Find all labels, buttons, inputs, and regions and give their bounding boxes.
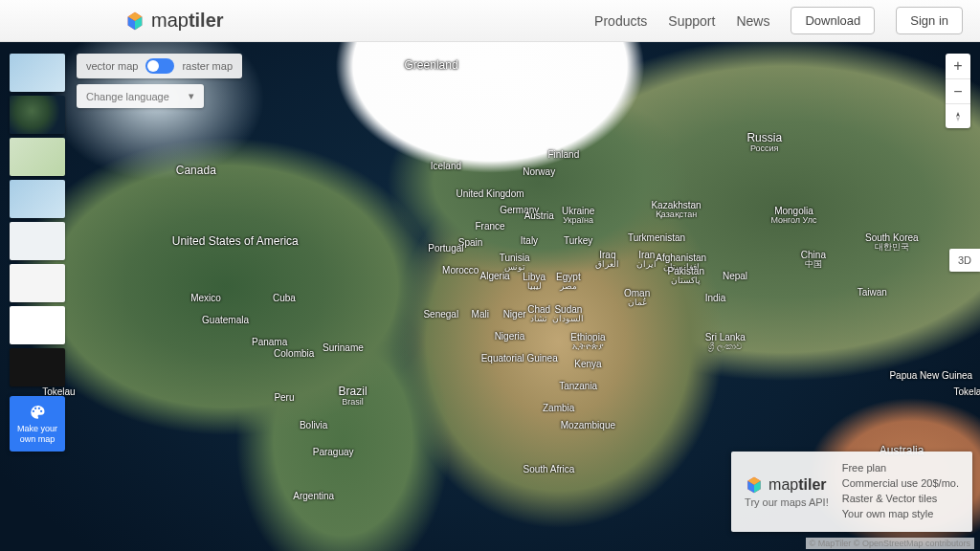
style-thumbnails: Make your own map bbox=[10, 54, 65, 452]
attribution[interactable]: © MapTiler © OpenStreetMap contributors bbox=[806, 538, 975, 549]
map-label: Kenya bbox=[574, 359, 601, 369]
map-label: UkraineУкраїна bbox=[562, 205, 594, 225]
palette-icon bbox=[29, 404, 46, 421]
map-label: Turkmenistan bbox=[628, 231, 685, 242]
map-label: Nigeria bbox=[495, 331, 525, 342]
map-label: Greenland bbox=[405, 60, 458, 73]
map-label: China中国 bbox=[801, 249, 826, 269]
map-label: Cuba bbox=[273, 293, 296, 303]
map-label: Italy bbox=[521, 234, 538, 245]
nav-products[interactable]: Products bbox=[594, 13, 647, 29]
map-label: Finland bbox=[547, 149, 579, 160]
map-label: Colombia bbox=[274, 347, 314, 358]
map-label: Peru bbox=[274, 391, 294, 402]
style-thumb-satellite[interactable] bbox=[10, 96, 65, 134]
map-label: RussiaРоссия bbox=[746, 132, 782, 154]
map-label: Austria bbox=[524, 209, 554, 220]
map-label: Suriname bbox=[323, 342, 364, 352]
language-select[interactable]: Change language ▾ bbox=[77, 84, 204, 108]
map-label: Afghanistanافغانستان bbox=[656, 252, 706, 272]
signin-button[interactable]: Sign in bbox=[896, 7, 963, 34]
style-thumb-streets[interactable] bbox=[10, 180, 65, 218]
nav-support[interactable]: Support bbox=[668, 13, 715, 29]
map-label: MongoliaМонгол Улс bbox=[770, 205, 816, 225]
map-label: United States of America bbox=[172, 236, 299, 249]
map-label: Morocco bbox=[442, 265, 479, 276]
make-your-own-map-button[interactable]: Make your own map bbox=[10, 396, 65, 452]
map-label: Tunisiaتونس bbox=[500, 252, 530, 272]
promo-brand: maptiler bbox=[745, 475, 829, 495]
style-thumb-bright[interactable] bbox=[10, 264, 65, 302]
compass-icon bbox=[952, 111, 964, 122]
map-label: Guatemala bbox=[202, 315, 249, 325]
brand-logo[interactable]: maptiler bbox=[124, 10, 224, 32]
map-label: Paraguay bbox=[313, 447, 354, 457]
map-label: United Kingdom bbox=[456, 187, 523, 198]
map-label: Panama bbox=[252, 337, 287, 347]
map-label: Mexico bbox=[190, 293, 221, 303]
map-label: Ethiopiaኢትዮጵያ bbox=[570, 332, 605, 352]
map-label: Nepal bbox=[723, 271, 747, 281]
promo-tagline: Try our maps API! bbox=[745, 496, 829, 508]
download-button[interactable]: Download bbox=[791, 7, 875, 34]
compass-button[interactable] bbox=[946, 103, 970, 128]
map-label: South Korea대한민국 bbox=[865, 232, 919, 253]
map-label: France bbox=[475, 221, 504, 231]
map-label: Omanعُمان bbox=[624, 288, 650, 308]
raster-label: raster map bbox=[182, 60, 233, 72]
map-label: Chadتشاد bbox=[527, 304, 550, 324]
style-thumb-hybrid[interactable] bbox=[10, 54, 65, 92]
map-label: KazakhstanҚазақстан bbox=[651, 199, 701, 219]
map-label: Canada bbox=[176, 165, 216, 177]
map-label: Algeria bbox=[480, 271, 510, 281]
style-thumb-terrain[interactable] bbox=[10, 138, 65, 176]
map-type-toggle: vector map raster map bbox=[77, 54, 242, 78]
api-promo-box[interactable]: maptiler Try our maps API! Free plan Com… bbox=[731, 452, 972, 532]
maptiler-logo-icon bbox=[124, 11, 145, 32]
map-label: Tokelau bbox=[954, 386, 980, 396]
map-label: Equatorial Guinea bbox=[481, 353, 558, 364]
map-label: Mozambique bbox=[561, 419, 615, 430]
map-label: Pakistanپاکستان bbox=[668, 266, 704, 286]
zoom-in-button[interactable]: + bbox=[946, 54, 970, 78]
map-label: Iraqالعراق bbox=[595, 249, 619, 269]
map-label: Tanzania bbox=[559, 381, 597, 391]
header: maptiler Products Support News Download … bbox=[0, 0, 980, 42]
vector-label: vector map bbox=[86, 60, 138, 72]
map-label: Spain bbox=[458, 237, 483, 248]
promo-details: Free plan Commercial use 20$/mo. Raster … bbox=[842, 461, 959, 522]
map-label: Argentina bbox=[293, 491, 334, 501]
zoom-controls: + − bbox=[946, 54, 970, 128]
map-label: BrazilBrasil bbox=[339, 386, 368, 408]
map-label: Sri Lankaශ්‍රී ලංකාව bbox=[705, 332, 746, 352]
map-label: Turkey bbox=[564, 234, 592, 245]
vector-raster-switch[interactable] bbox=[145, 58, 174, 74]
header-nav: Products Support News Download Sign in bbox=[594, 7, 963, 34]
nav-news[interactable]: News bbox=[736, 13, 769, 29]
zoom-out-button[interactable]: − bbox=[946, 78, 970, 103]
map-label: Iranایران bbox=[636, 249, 657, 269]
map-label: Papua New Guinea bbox=[889, 369, 972, 380]
map-label: India bbox=[705, 293, 726, 303]
map-label: Bolivia bbox=[300, 419, 327, 430]
map-label: Portugal bbox=[428, 243, 463, 253]
map-label: Senegal bbox=[423, 309, 458, 320]
map-label: Sudanالسودان bbox=[552, 304, 584, 324]
map-label: Germany bbox=[500, 204, 539, 214]
language-label: Change language bbox=[86, 91, 169, 102]
map-label: Libyaليبيا bbox=[523, 271, 546, 291]
style-thumb-positron[interactable] bbox=[10, 306, 65, 344]
map-label: Iceland bbox=[431, 160, 461, 170]
map-label: Norway bbox=[523, 165, 555, 176]
map-label: South Africa bbox=[523, 463, 574, 474]
chevron-down-icon: ▾ bbox=[189, 90, 194, 102]
map-label: Taiwan bbox=[858, 287, 887, 298]
map-label: Egyptمصر bbox=[556, 271, 581, 291]
style-thumb-dark[interactable] bbox=[10, 348, 65, 386]
maptiler-logo-icon bbox=[745, 475, 764, 495]
map-label: Zambia bbox=[543, 403, 574, 413]
map-label: Mali bbox=[472, 309, 489, 320]
toggle-3d-button[interactable]: 3D bbox=[949, 249, 980, 272]
style-thumb-basic[interactable] bbox=[10, 222, 65, 260]
map-label: Niger bbox=[503, 309, 526, 320]
